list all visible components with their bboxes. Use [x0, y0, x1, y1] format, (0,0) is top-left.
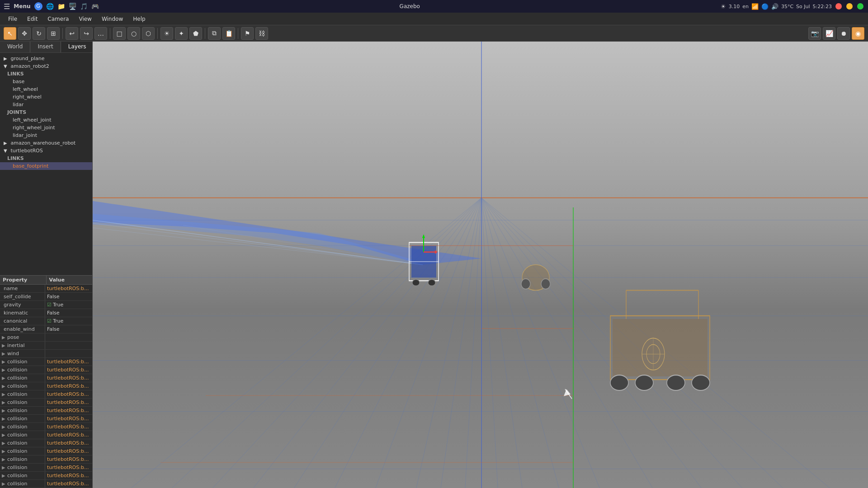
tool-screenshot[interactable]: 📷: [808, 27, 821, 40]
system-menu-label[interactable]: Menu: [14, 3, 30, 9]
canonical-checkbox[interactable]: ☑: [47, 318, 52, 324]
tool-record[interactable]: ⏺: [837, 27, 850, 40]
tab-layers[interactable]: Layers: [61, 42, 93, 52]
prop-row-pose[interactable]: ▶pose: [0, 333, 92, 342]
gravity-checkbox[interactable]: ☑: [47, 302, 52, 308]
toolbar: ↖ ✥ ↻ ⊞ ↩ ↪ … □ ○ ⬡ ☀ ✦ ⬟ ⧉ 📋 ⚑ ⛓ 📷 📈 ⏺ …: [0, 25, 868, 42]
tree-item-left-wheel[interactable]: left_wheel: [0, 85, 92, 93]
prop-row-collision-3[interactable]: ▶collision turtlebotROS:b...: [0, 374, 92, 382]
tree-item-left-wheel-joint[interactable]: left_wheel_joint: [0, 116, 92, 124]
prop-row-collision-11[interactable]: ▶collision turtlebotROS:b...: [0, 439, 92, 447]
prop-value-name: turtlebotROS:b...: [45, 285, 92, 292]
prop-row-collision-10[interactable]: ▶collision turtlebotROS:b...: [0, 431, 92, 439]
menu-window[interactable]: Window: [97, 15, 127, 23]
prop-row-collision-12[interactable]: ▶collision turtlebotROS:b...: [0, 447, 92, 455]
prop-row-collision-13[interactable]: ▶collision turtlebotROS:b...: [0, 455, 92, 464]
tree-item-lidar[interactable]: lidar: [0, 101, 92, 108]
prop-row-collision-15[interactable]: ▶collision turtlebotROS:b...: [0, 472, 92, 480]
tree-item-right-wheel-joint[interactable]: right_wheel_joint: [0, 124, 92, 131]
tool-cylinder[interactable]: ⬡: [142, 27, 155, 40]
left-panel: World Insert Layers ▶ ground_plane ▼ ama…: [0, 42, 93, 488]
app-icon-5[interactable]: 🎮: [91, 3, 99, 10]
tab-insert[interactable]: Insert: [30, 42, 61, 52]
prop-row-collision-16[interactable]: ▶collision turtlebotROS:b...: [0, 480, 92, 488]
tool-box[interactable]: □: [113, 27, 126, 40]
tool-sun[interactable]: ☀: [160, 27, 173, 40]
prop-name-collision-7: ▶collision: [0, 407, 45, 414]
tool-point-light[interactable]: ✦: [175, 27, 188, 40]
prop-name-canonical: canonical: [0, 317, 45, 325]
tool-flag[interactable]: ⚑: [241, 27, 254, 40]
prop-value-collision-4: turtlebotROS:b...: [45, 382, 92, 390]
app-icon-3[interactable]: 🖥️: [69, 3, 76, 10]
tool-more[interactable]: …: [94, 27, 107, 40]
sep-2: [110, 28, 110, 39]
menu-file[interactable]: File: [4, 15, 22, 23]
prop-row-collision-7[interactable]: ▶collision turtlebotROS:b...: [0, 407, 92, 415]
menu-view[interactable]: View: [74, 15, 96, 23]
tree-item-right-wheel[interactable]: right_wheel: [0, 93, 92, 101]
prop-row-collision-14[interactable]: ▶collision turtlebotROS:b...: [0, 464, 92, 472]
brightness-icon[interactable]: ☀: [721, 3, 726, 10]
tab-world[interactable]: World: [0, 42, 30, 52]
tree-item-warehouse-robot[interactable]: ▶ amazon_warehouse_robot: [0, 139, 92, 147]
tool-sphere[interactable]: ○: [127, 27, 140, 40]
prop-row-wind[interactable]: ▶wind: [0, 350, 92, 358]
win-maximize-btn[interactable]: [857, 3, 863, 9]
prop-row-collision-8[interactable]: ▶collision turtlebotROS:b...: [0, 415, 92, 423]
prop-row-inertial[interactable]: ▶inertial: [0, 342, 92, 350]
collision-expand-icon: ▶: [2, 359, 7, 364]
date-value: So Jul: [796, 4, 810, 9]
app-icon-1[interactable]: 🌐: [46, 3, 54, 10]
prop-value-self-collide: False: [45, 293, 92, 300]
tool-select[interactable]: ↖: [4, 27, 16, 40]
property-table: name turtlebotROS:b... self_collide Fals…: [0, 285, 92, 488]
tool-orange[interactable]: ◉: [852, 27, 864, 40]
prop-row-collision-2[interactable]: ▶collision turtlebotROS:b...: [0, 366, 92, 374]
sep-4: [205, 28, 205, 39]
viewport[interactable]: [93, 42, 868, 488]
prop-name-gravity: gravity: [0, 301, 45, 309]
prop-name-collision-5: ▶collision: [0, 390, 45, 398]
win-close-btn[interactable]: [835, 3, 842, 9]
chrome-icon[interactable]: G: [34, 2, 42, 10]
prop-value-kinematic: False: [45, 309, 92, 317]
tree-item-lidar-joint[interactable]: lidar_joint: [0, 131, 92, 139]
tool-chain[interactable]: ⛓: [255, 27, 268, 40]
win-minimize-btn[interactable]: [846, 3, 853, 9]
expand-icon: ▼: [4, 64, 9, 69]
tree-item-base-footprint[interactable]: base_footprint: [0, 162, 92, 170]
tree-item-turtlebot[interactable]: ▼ turtlebotROS: [0, 147, 92, 155]
app-icon-4[interactable]: 🎵: [80, 3, 88, 10]
prop-row-collision-5[interactable]: ▶collision turtlebotROS:b...: [0, 390, 92, 399]
volume-icon[interactable]: 🔊: [771, 3, 778, 10]
prop-row-collision-1[interactable]: ▶collision turtlebotROS:b...: [0, 358, 92, 366]
tree-item-amazon-robot2[interactable]: ▼ amazon_robot2: [0, 62, 92, 70]
prop-row-collision-9[interactable]: ▶collision turtlebotROS:b...: [0, 423, 92, 431]
menu-camera[interactable]: Camera: [43, 15, 73, 23]
tool-spot-light[interactable]: ⬟: [189, 27, 202, 40]
tree-item-ground-plane[interactable]: ▶ ground_plane: [0, 55, 92, 62]
tool-rotate[interactable]: ↻: [33, 27, 45, 40]
bluetooth-icon[interactable]: 🔵: [761, 3, 769, 10]
tool-scale[interactable]: ⊞: [47, 27, 60, 40]
prop-row-collision-4[interactable]: ▶collision turtlebotROS:b...: [0, 382, 92, 390]
prop-name-collision-6: ▶collision: [0, 399, 45, 406]
tool-plot[interactable]: 📈: [823, 27, 835, 40]
menu-help[interactable]: Help: [128, 15, 150, 23]
network-icon[interactable]: 📶: [751, 3, 759, 10]
tool-move[interactable]: ✥: [18, 27, 31, 40]
prop-name-inertial: ▶inertial: [0, 342, 45, 349]
menu-edit[interactable]: Edit: [23, 15, 42, 23]
tool-undo[interactable]: ↩: [66, 27, 78, 40]
tool-paste[interactable]: 📋: [222, 27, 235, 40]
tree-item-base[interactable]: base: [0, 78, 92, 85]
tool-redo[interactable]: ↪: [80, 27, 93, 40]
viewport-background: [93, 42, 868, 488]
prop-row-collision-6[interactable]: ▶collision turtlebotROS:b...: [0, 399, 92, 407]
prop-name-name: name: [0, 285, 45, 292]
app-icon-2[interactable]: 📁: [57, 3, 65, 10]
menu-icon[interactable]: ☰: [4, 2, 10, 11]
tool-copy[interactable]: ⧉: [208, 27, 221, 40]
prop-header-property: Property: [0, 276, 47, 284]
